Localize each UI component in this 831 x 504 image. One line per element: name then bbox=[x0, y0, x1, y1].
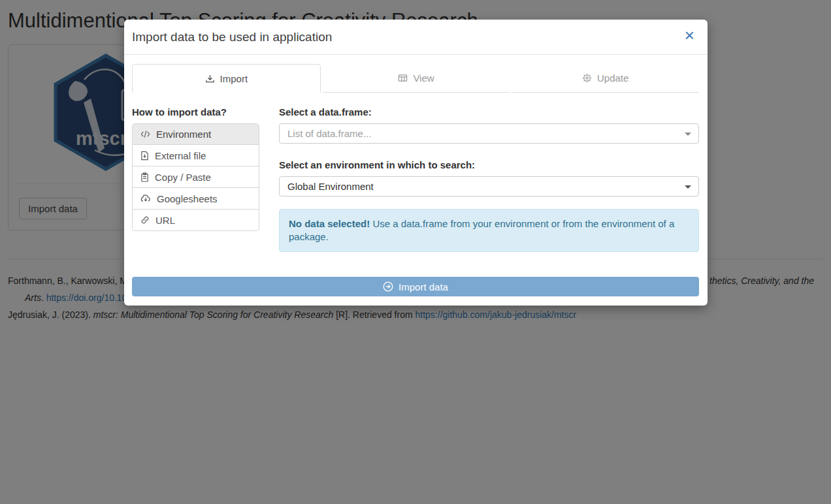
download-icon bbox=[205, 74, 215, 84]
gear-icon bbox=[582, 73, 592, 83]
sidebar-item-label: Copy / Paste bbox=[155, 172, 211, 183]
environment-value: Global Environment bbox=[287, 181, 374, 192]
sidebar-item-label: External file bbox=[155, 150, 206, 161]
modal-header: Import data to be used in application × bbox=[124, 20, 708, 55]
clipboard-icon bbox=[140, 172, 149, 182]
tab-import-label: Import bbox=[220, 73, 248, 84]
tab-update[interactable]: Update bbox=[512, 64, 699, 93]
modal-body: Import View Update How to import dat bbox=[124, 55, 708, 252]
alert-bold-text: No data selected! bbox=[289, 218, 370, 229]
dataframe-label: Select a data.frame: bbox=[279, 106, 699, 118]
close-icon: × bbox=[685, 25, 694, 45]
environment-select[interactable]: Global Environment bbox=[279, 176, 699, 197]
link-icon bbox=[140, 215, 150, 225]
tab-view-label: View bbox=[413, 72, 434, 84]
tab-bar: Import View Update bbox=[132, 64, 699, 93]
how-to-import-label: How to import data? bbox=[132, 106, 259, 118]
chevron-down-icon bbox=[685, 133, 691, 136]
sidebar-item-environment[interactable]: Environment bbox=[132, 123, 259, 145]
dataframe-select[interactable]: List of data.frame... bbox=[279, 123, 699, 144]
import-data-modal: Import data to be used in application × … bbox=[124, 20, 708, 306]
file-download-icon bbox=[140, 151, 149, 161]
chevron-down-icon bbox=[685, 185, 691, 189]
sidebar-item-label: URL bbox=[155, 215, 175, 226]
sidebar-item-label: Googlesheets bbox=[157, 193, 218, 204]
modal-import-data-label: Import data bbox=[399, 281, 448, 292]
sidebar-item-url[interactable]: URL bbox=[132, 210, 259, 231]
arrow-right-circle-icon bbox=[383, 281, 393, 292]
tab-update-label: Update bbox=[597, 72, 628, 84]
sidebar-item-copy-paste[interactable]: Copy / Paste bbox=[132, 166, 259, 188]
environment-label: Select an environment in which to search… bbox=[279, 159, 699, 170]
modal-import-data-button[interactable]: Import data bbox=[132, 277, 699, 296]
modal-title: Import data to be used in application bbox=[132, 30, 697, 44]
sidebar-item-external-file[interactable]: External file bbox=[132, 145, 259, 166]
info-alert: No data selected! Use a data.frame from … bbox=[279, 209, 699, 252]
tab-import[interactable]: Import bbox=[132, 64, 321, 93]
sidebar-item-label: Environment bbox=[156, 129, 211, 140]
table-icon bbox=[398, 73, 408, 83]
sidebar-item-googlesheets[interactable]: Googlesheets bbox=[132, 188, 259, 210]
close-button[interactable]: × bbox=[685, 27, 694, 44]
cloud-download-icon bbox=[140, 194, 151, 203]
tab-view[interactable]: View bbox=[323, 64, 510, 93]
import-method-list: Environment External file Copy / Pa bbox=[132, 123, 259, 231]
dataframe-placeholder: List of data.frame... bbox=[287, 128, 371, 139]
code-icon bbox=[140, 130, 150, 138]
